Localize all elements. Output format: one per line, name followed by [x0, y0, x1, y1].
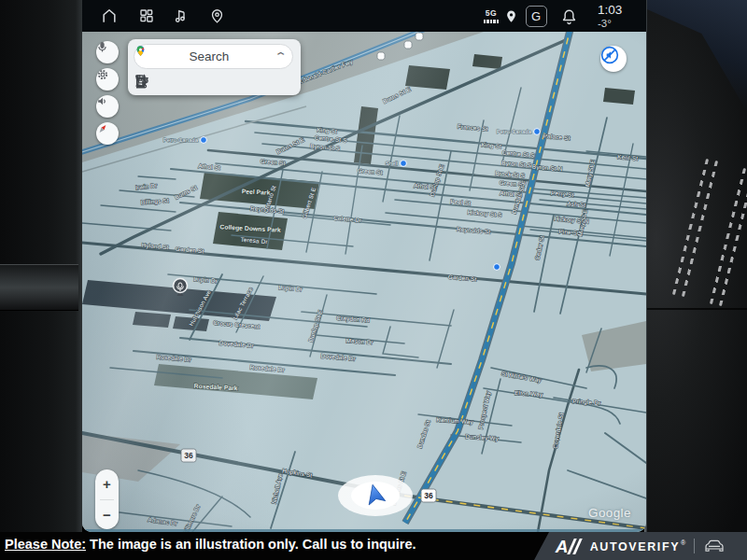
search-input[interactable]: Search ⌃: [134, 44, 293, 69]
media-note-icon[interactable]: [168, 0, 194, 32]
dashboard-pillar: [646, 0, 747, 112]
compass-button[interactable]: [96, 122, 119, 145]
registered-mark: ®: [681, 539, 685, 546]
notifications-bell-icon[interactable]: [556, 0, 582, 32]
autoverify-badge: A AUTOVERIFY®: [534, 532, 747, 560]
leather-stitching: [719, 170, 747, 306]
temperature-label: -3°: [598, 18, 622, 30]
apps-grid-icon[interactable]: [134, 0, 160, 32]
profile-button[interactable]: G: [523, 0, 549, 32]
disclaimer-prefix: Please Note:: [5, 537, 86, 552]
route-badge: 36: [181, 449, 196, 462]
category-row: [134, 73, 293, 93]
infotainment-screen: 5G G 1:03 -3°: [82, 0, 646, 532]
coffee-button[interactable]: [263, 73, 288, 93]
navigation-map[interactable]: Peel ParkCollege Downs ParkRosedale Park…: [82, 32, 646, 532]
settings-button[interactable]: [96, 68, 119, 91]
zoom-out-button[interactable]: −: [95, 500, 119, 530]
google-attribution: Google: [588, 506, 631, 520]
google-maps-pin-icon: [134, 45, 147, 57]
clock-widget: 1:03 -3°: [598, 3, 622, 30]
route-badge-number: 36: [184, 451, 193, 460]
route-badge: [377, 52, 385, 60]
map-pin-icon[interactable]: [204, 0, 230, 32]
route-badge: [404, 41, 412, 49]
poi-label: Petro-Canada: [163, 137, 199, 143]
route-badge-number: 36: [424, 491, 433, 500]
sound-button[interactable]: [96, 95, 119, 118]
car-icon: [703, 538, 726, 554]
dashboard-left: [0, 0, 82, 532]
signal-bars-icon: [484, 20, 500, 23]
voice-search-button[interactable]: [96, 41, 119, 63]
leather-stitching: [672, 159, 709, 295]
poi-dot-icon[interactable]: [201, 137, 207, 144]
bottom-bar: Please Note: The image is an illustratio…: [0, 532, 747, 560]
current-location-marker[interactable]: [338, 475, 413, 516]
zoom-controls: + −: [95, 469, 119, 529]
poi-label: Petro-Canada: [497, 129, 532, 134]
autoverify-logo-icon: A: [556, 538, 584, 555]
search-panel: Search ⌃: [128, 39, 301, 95]
poi-dot-icon[interactable]: [534, 129, 541, 135]
autoverify-name: AUTOVERIFY: [590, 540, 680, 553]
network-label: 5G: [486, 8, 497, 18]
poi-marker[interactable]: [494, 264, 500, 271]
restaurants-button[interactable]: [180, 73, 204, 93]
poi-dot-icon[interactable]: [401, 161, 407, 167]
dashboard-vent: [0, 264, 78, 311]
chevron-up-icon[interactable]: ⌃: [274, 50, 288, 63]
disclaimer-body: The image is an illustration only. Call …: [86, 537, 416, 552]
route-badge: 36: [421, 489, 436, 502]
search-placeholder: Search: [142, 49, 276, 63]
disclaimer-text: Please Note: The image is an illustratio…: [5, 537, 416, 552]
map-canvas[interactable]: Peel ParkCollege Downs ParkRosedale Park…: [82, 32, 646, 532]
poi-marker[interactable]: Shell: [386, 161, 407, 167]
leather-stitching: [710, 168, 746, 304]
home-icon[interactable]: [96, 0, 122, 32]
location-status-icon: [498, 0, 524, 32]
poi-label: Shell: [386, 161, 398, 166]
dashboard-seam: [646, 308, 747, 310]
route-badge: [416, 33, 423, 40]
profile-initial: G: [531, 9, 541, 23]
poi-dot-icon[interactable]: [494, 264, 500, 271]
shopping-button[interactable]: [222, 73, 247, 93]
status-bar: 5G G 1:03 -3°: [82, 0, 646, 32]
dashboard-right: [646, 0, 747, 532]
mute-guidance-button[interactable]: [600, 46, 627, 72]
zoom-in-button[interactable]: +: [95, 469, 119, 499]
badge-divider: [694, 539, 695, 553]
time-label: 1:03: [598, 3, 622, 18]
